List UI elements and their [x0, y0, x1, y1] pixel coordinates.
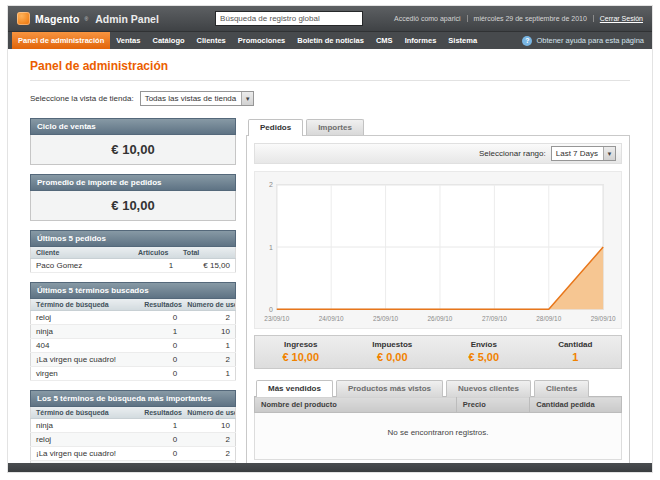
- cell: 0: [139, 353, 182, 367]
- box-title: Últimos 5 pedidos: [30, 230, 236, 247]
- magento-logo: Magento ® Admin Panel: [17, 12, 159, 25]
- cell: reloj: [31, 433, 140, 447]
- tab-nuevos-clientes[interactable]: Nuevos clientes: [446, 380, 531, 397]
- cell: 0: [139, 339, 182, 353]
- table-row[interactable]: ¡La virgen que cuadro! 0 2: [31, 353, 236, 367]
- global-search-input[interactable]: [215, 11, 363, 26]
- tab-productos-mas-vistos[interactable]: Productos más vistos: [336, 380, 443, 397]
- col-header: Resultados: [139, 407, 182, 419]
- top-search-terms-box: Los 5 términos de búsqueda más important…: [30, 390, 236, 463]
- total-impuestos: Impuestos € 0,00: [347, 336, 439, 368]
- table-row[interactable]: Paco Gomez 1 € 15,00: [31, 259, 236, 273]
- total-label: Ingresos: [255, 340, 347, 349]
- tab-clientes[interactable]: Clientes: [534, 380, 589, 397]
- total-envios: Envíos € 5,00: [438, 336, 530, 368]
- col-header: Número de usos: [182, 407, 235, 419]
- cell: 0: [139, 311, 182, 325]
- range-value: Last 7 Days: [556, 149, 598, 158]
- table-row[interactable]: ¡La virgen que cuadro! 0 2: [31, 447, 236, 461]
- products-grid: Nombre del producto Precio Cantidad pedi…: [254, 396, 622, 413]
- help-icon: ?: [522, 36, 532, 46]
- cell: € 15,00: [178, 259, 235, 273]
- nav-item-informes[interactable]: Informes: [399, 32, 443, 49]
- chevron-down-icon: ▼: [603, 147, 615, 160]
- brand-suffix: Admin Panel: [95, 13, 159, 25]
- cell: 0: [139, 367, 182, 381]
- svg-text:1: 1: [269, 244, 273, 251]
- cell: 1: [139, 325, 182, 339]
- col-header: Resultados: [139, 299, 182, 311]
- nav-item-promociones[interactable]: Promociones: [232, 32, 292, 49]
- table-row[interactable]: virgen 0 1: [31, 367, 236, 381]
- table-row[interactable]: 404 0 1: [31, 339, 236, 353]
- range-select[interactable]: Last 7 Days ▼: [551, 146, 616, 161]
- top-search-terms-table: Término de búsqueda Resultados Número de…: [30, 407, 236, 463]
- svg-text:28/09/10: 28/09/10: [536, 315, 561, 322]
- tab-mas-vendidos[interactable]: Más vendidos: [256, 380, 333, 397]
- store-view-select[interactable]: Todas las vistas de tienda ▼: [140, 91, 255, 106]
- col-header: Precio: [456, 397, 529, 413]
- nav-item-clientes[interactable]: Clientes: [191, 32, 232, 49]
- total-label: Envíos: [438, 340, 530, 349]
- cell: Paco Gomez: [31, 259, 134, 273]
- nav-item-cms[interactable]: CMS: [370, 32, 399, 49]
- svg-text:0: 0: [269, 306, 273, 313]
- svg-text:26/09/10: 26/09/10: [428, 315, 453, 322]
- cell: ¡La virgen que cuadro!: [31, 447, 140, 461]
- svg-text:25/09/10: 25/09/10: [373, 315, 398, 322]
- dashboard-panel: Seleccionar rango: Last 7 Days ▼ 01223/0…: [246, 135, 630, 463]
- dashboard-main: Pedidos Importes Seleccionar rango: Last…: [246, 118, 630, 463]
- table-row[interactable]: ninja 1 10: [31, 325, 236, 339]
- tab-importes[interactable]: Importes: [306, 119, 364, 136]
- page-help-link[interactable]: ? Obtener ayuda para esta página: [522, 32, 648, 49]
- page-title: Panel de administración: [30, 59, 630, 73]
- nav-item-ventas[interactable]: Ventas: [110, 32, 146, 49]
- orders-chart: 01223/09/1024/09/1025/09/1026/09/1027/09…: [257, 176, 619, 326]
- svg-text:24/09/10: 24/09/10: [319, 315, 344, 322]
- admin-window: Magento ® Admin Panel Accedió como apari…: [7, 5, 653, 473]
- cell: 2: [182, 353, 235, 367]
- cell: 0: [139, 447, 182, 461]
- svg-text:29/09/10: 29/09/10: [591, 315, 616, 322]
- store-view-value: Todas las vistas de tienda: [145, 94, 237, 103]
- tab-pedidos[interactable]: Pedidos: [248, 119, 303, 136]
- logged-in-as: Accedió como aparici: [394, 15, 461, 22]
- col-header: Cliente: [31, 247, 134, 259]
- top-header: Magento ® Admin Panel Accedió como apari…: [8, 6, 652, 31]
- last-search-terms-box: Últimos 5 términos buscados Término de b…: [30, 282, 236, 381]
- chevron-down-icon: ▼: [241, 92, 253, 105]
- store-switcher-label: Seleccione la vista de tienda:: [30, 94, 134, 103]
- total-value: € 10,00: [255, 351, 347, 363]
- brand-name: Magento: [35, 13, 80, 25]
- cell: 0: [139, 433, 182, 447]
- magento-logo-icon: [17, 12, 30, 25]
- svg-text:27/09/10: 27/09/10: [482, 315, 507, 322]
- nav-item-catalogo[interactable]: Catálogo: [146, 32, 190, 49]
- last-orders-table: Cliente Artículos Total Paco Gomez 1 € 1…: [30, 247, 236, 273]
- cell: 10: [182, 419, 235, 433]
- cell: 10: [182, 325, 235, 339]
- session-date: miércoles 29 de septiembre de 2010: [467, 15, 587, 22]
- session-info: Accedió como aparici miércoles 29 de sep…: [394, 15, 643, 22]
- divider: [30, 80, 630, 81]
- table-row[interactable]: ninja 1 10: [31, 419, 236, 433]
- table-row[interactable]: reloj 0 2: [31, 311, 236, 325]
- store-switcher: Seleccione la vista de tienda: Todas las…: [30, 91, 630, 106]
- cell: 404: [31, 339, 140, 353]
- total-ingresos: Ingresos € 10,00: [255, 336, 347, 368]
- table-row[interactable]: reloj 0 2: [31, 433, 236, 447]
- grid-tabs: Más vendidos Productos más vistos Nuevos…: [254, 379, 622, 396]
- cell: 1: [139, 419, 182, 433]
- nav-item-boletin[interactable]: Boletín de noticias: [291, 32, 370, 49]
- cell: 2: [182, 433, 235, 447]
- footer-bar: [8, 463, 652, 472]
- cell: 1: [182, 367, 235, 381]
- main-nav: Panel de administración Ventas Catálogo …: [8, 31, 652, 49]
- orders-chart-area: 01223/09/1024/09/1025/09/1026/09/1027/09…: [254, 171, 622, 329]
- page-content: Panel de administración Seleccione la vi…: [8, 49, 652, 463]
- total-cantidad: Cantidad 1: [530, 336, 622, 368]
- logout-link[interactable]: Cerrar Sesión: [593, 15, 643, 22]
- nav-item-dashboard[interactable]: Panel de administración: [12, 32, 110, 49]
- lifetime-sales-box: Ciclo de ventas € 10,00: [30, 118, 236, 165]
- nav-item-sistema[interactable]: Sistema: [442, 32, 483, 49]
